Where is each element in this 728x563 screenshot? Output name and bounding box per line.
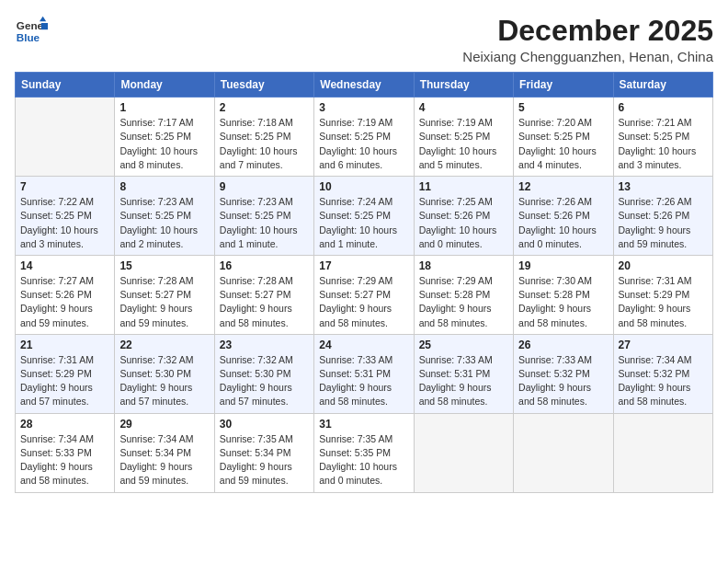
calendar-cell: 6Sunrise: 7:21 AMSunset: 5:25 PMDaylight… bbox=[613, 98, 712, 177]
logo-icon: General Blue bbox=[15, 15, 48, 48]
calendar-cell: 4Sunrise: 7:19 AMSunset: 5:25 PMDaylight… bbox=[414, 98, 513, 177]
day-number: 29 bbox=[119, 418, 209, 431]
day-number: 27 bbox=[619, 339, 708, 351]
day-number: 8 bbox=[119, 180, 209, 193]
day-number: 14 bbox=[20, 259, 109, 272]
calendar-cell bbox=[414, 413, 513, 492]
day-number: 31 bbox=[319, 418, 408, 431]
day-number: 28 bbox=[20, 418, 109, 431]
day-info: Sunrise: 7:34 AMSunset: 5:34 PMDaylight:… bbox=[119, 432, 209, 488]
day-info: Sunrise: 7:17 AMSunset: 5:25 PMDaylight:… bbox=[119, 116, 209, 172]
calendar-cell: 21Sunrise: 7:31 AMSunset: 5:29 PMDayligh… bbox=[16, 334, 115, 413]
weekday-header-thursday: Thursday bbox=[414, 73, 513, 98]
calendar-cell: 15Sunrise: 7:28 AMSunset: 5:27 PMDayligh… bbox=[115, 255, 214, 334]
day-info: Sunrise: 7:33 AMSunset: 5:31 PMDaylight:… bbox=[419, 353, 508, 409]
svg-marker-3 bbox=[41, 23, 48, 29]
calendar-cell: 8Sunrise: 7:23 AMSunset: 5:25 PMDaylight… bbox=[115, 177, 214, 256]
calendar-cell: 7Sunrise: 7:22 AMSunset: 5:25 PMDaylight… bbox=[16, 177, 115, 256]
day-info: Sunrise: 7:19 AMSunset: 5:25 PMDaylight:… bbox=[419, 116, 508, 172]
day-info: Sunrise: 7:25 AMSunset: 5:26 PMDaylight:… bbox=[419, 195, 508, 251]
calendar-cell: 1Sunrise: 7:17 AMSunset: 5:25 PMDaylight… bbox=[115, 98, 214, 177]
day-info: Sunrise: 7:34 AMSunset: 5:32 PMDaylight:… bbox=[619, 353, 708, 409]
location-title: Neixiang Chengguanzhen, Henan, China bbox=[462, 49, 713, 64]
day-info: Sunrise: 7:32 AMSunset: 5:30 PMDaylight:… bbox=[119, 353, 209, 409]
weekday-header-wednesday: Wednesday bbox=[314, 73, 414, 98]
day-number: 21 bbox=[20, 339, 109, 351]
weekday-header-saturday: Saturday bbox=[613, 73, 712, 98]
week-row-1: 1Sunrise: 7:17 AMSunset: 5:25 PMDaylight… bbox=[16, 98, 713, 177]
day-info: Sunrise: 7:26 AMSunset: 5:26 PMDaylight:… bbox=[518, 195, 608, 251]
day-info: Sunrise: 7:31 AMSunset: 5:29 PMDaylight:… bbox=[20, 353, 109, 409]
calendar-cell: 3Sunrise: 7:19 AMSunset: 5:25 PMDaylight… bbox=[314, 98, 414, 177]
day-info: Sunrise: 7:26 AMSunset: 5:26 PMDaylight:… bbox=[619, 195, 708, 251]
day-number: 5 bbox=[518, 101, 608, 114]
day-info: Sunrise: 7:33 AMSunset: 5:32 PMDaylight:… bbox=[518, 353, 608, 409]
day-number: 2 bbox=[220, 101, 309, 114]
calendar-cell bbox=[514, 413, 613, 492]
calendar-cell: 18Sunrise: 7:29 AMSunset: 5:28 PMDayligh… bbox=[414, 255, 513, 334]
day-info: Sunrise: 7:22 AMSunset: 5:25 PMDaylight:… bbox=[20, 195, 109, 251]
calendar-cell: 30Sunrise: 7:35 AMSunset: 5:34 PMDayligh… bbox=[214, 413, 313, 492]
day-number: 18 bbox=[419, 259, 508, 272]
week-row-4: 21Sunrise: 7:31 AMSunset: 5:29 PMDayligh… bbox=[16, 334, 713, 413]
day-number: 22 bbox=[119, 339, 209, 351]
day-number: 25 bbox=[419, 339, 508, 351]
day-number: 9 bbox=[220, 180, 309, 193]
day-number: 7 bbox=[20, 180, 109, 193]
day-info: Sunrise: 7:32 AMSunset: 5:30 PMDaylight:… bbox=[220, 353, 309, 409]
calendar-cell: 11Sunrise: 7:25 AMSunset: 5:26 PMDayligh… bbox=[414, 177, 513, 256]
calendar-cell: 13Sunrise: 7:26 AMSunset: 5:26 PMDayligh… bbox=[613, 177, 712, 256]
calendar-cell: 20Sunrise: 7:31 AMSunset: 5:29 PMDayligh… bbox=[613, 255, 712, 334]
day-info: Sunrise: 7:28 AMSunset: 5:27 PMDaylight:… bbox=[119, 274, 209, 330]
day-number: 24 bbox=[319, 339, 408, 351]
calendar-cell: 9Sunrise: 7:23 AMSunset: 5:25 PMDaylight… bbox=[214, 177, 313, 256]
calendar-cell: 31Sunrise: 7:35 AMSunset: 5:35 PMDayligh… bbox=[314, 413, 414, 492]
day-info: Sunrise: 7:30 AMSunset: 5:28 PMDaylight:… bbox=[518, 274, 608, 330]
calendar-cell: 29Sunrise: 7:34 AMSunset: 5:34 PMDayligh… bbox=[115, 413, 214, 492]
day-info: Sunrise: 7:29 AMSunset: 5:28 PMDaylight:… bbox=[419, 274, 508, 330]
month-title: December 2025 bbox=[462, 15, 713, 47]
day-info: Sunrise: 7:23 AMSunset: 5:25 PMDaylight:… bbox=[119, 195, 209, 251]
day-info: Sunrise: 7:29 AMSunset: 5:27 PMDaylight:… bbox=[319, 274, 408, 330]
day-info: Sunrise: 7:23 AMSunset: 5:25 PMDaylight:… bbox=[220, 195, 309, 251]
calendar-cell: 26Sunrise: 7:33 AMSunset: 5:32 PMDayligh… bbox=[514, 334, 613, 413]
day-info: Sunrise: 7:31 AMSunset: 5:29 PMDaylight:… bbox=[619, 274, 708, 330]
weekday-header-row: SundayMondayTuesdayWednesdayThursdayFrid… bbox=[16, 73, 713, 98]
day-number: 26 bbox=[518, 339, 608, 351]
day-number: 3 bbox=[319, 101, 408, 114]
calendar-cell: 14Sunrise: 7:27 AMSunset: 5:26 PMDayligh… bbox=[16, 255, 115, 334]
day-info: Sunrise: 7:24 AMSunset: 5:25 PMDaylight:… bbox=[319, 195, 408, 251]
day-number: 13 bbox=[619, 180, 708, 193]
calendar-cell bbox=[16, 98, 115, 177]
day-info: Sunrise: 7:19 AMSunset: 5:25 PMDaylight:… bbox=[319, 116, 408, 172]
day-info: Sunrise: 7:34 AMSunset: 5:33 PMDaylight:… bbox=[20, 432, 109, 488]
weekday-header-tuesday: Tuesday bbox=[214, 73, 313, 98]
week-row-2: 7Sunrise: 7:22 AMSunset: 5:25 PMDaylight… bbox=[16, 177, 713, 256]
day-info: Sunrise: 7:21 AMSunset: 5:25 PMDaylight:… bbox=[619, 116, 708, 172]
calendar-cell: 22Sunrise: 7:32 AMSunset: 5:30 PMDayligh… bbox=[115, 334, 214, 413]
day-info: Sunrise: 7:33 AMSunset: 5:31 PMDaylight:… bbox=[319, 353, 408, 409]
day-number: 19 bbox=[518, 259, 608, 272]
calendar-cell: 28Sunrise: 7:34 AMSunset: 5:33 PMDayligh… bbox=[16, 413, 115, 492]
weekday-header-friday: Friday bbox=[514, 73, 613, 98]
calendar-cell: 19Sunrise: 7:30 AMSunset: 5:28 PMDayligh… bbox=[514, 255, 613, 334]
weekday-header-sunday: Sunday bbox=[16, 73, 115, 98]
calendar-cell: 17Sunrise: 7:29 AMSunset: 5:27 PMDayligh… bbox=[314, 255, 414, 334]
day-info: Sunrise: 7:18 AMSunset: 5:25 PMDaylight:… bbox=[220, 116, 309, 172]
calendar-cell: 23Sunrise: 7:32 AMSunset: 5:30 PMDayligh… bbox=[214, 334, 313, 413]
weekday-header-monday: Monday bbox=[115, 73, 214, 98]
calendar-cell: 27Sunrise: 7:34 AMSunset: 5:32 PMDayligh… bbox=[613, 334, 712, 413]
day-number: 6 bbox=[619, 101, 708, 114]
day-number: 10 bbox=[319, 180, 408, 193]
day-info: Sunrise: 7:20 AMSunset: 5:25 PMDaylight:… bbox=[518, 116, 608, 172]
svg-text:Blue: Blue bbox=[17, 31, 40, 43]
day-number: 12 bbox=[518, 180, 608, 193]
day-info: Sunrise: 7:35 AMSunset: 5:34 PMDaylight:… bbox=[220, 432, 309, 488]
day-number: 16 bbox=[220, 259, 309, 272]
calendar-cell: 16Sunrise: 7:28 AMSunset: 5:27 PMDayligh… bbox=[214, 255, 313, 334]
page-header: General Blue December 2025 Neixiang Chen… bbox=[15, 15, 713, 64]
calendar-cell: 12Sunrise: 7:26 AMSunset: 5:26 PMDayligh… bbox=[514, 177, 613, 256]
day-info: Sunrise: 7:28 AMSunset: 5:27 PMDaylight:… bbox=[220, 274, 309, 330]
day-number: 23 bbox=[220, 339, 309, 351]
day-info: Sunrise: 7:27 AMSunset: 5:26 PMDaylight:… bbox=[20, 274, 109, 330]
